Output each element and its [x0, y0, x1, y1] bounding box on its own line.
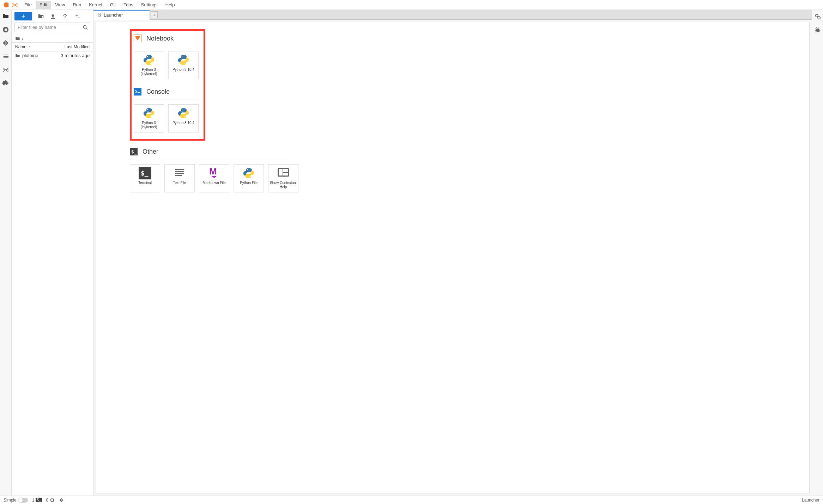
- python-icon: [143, 54, 155, 66]
- tab-bar: Launcher +: [93, 10, 812, 20]
- nbdime-icon[interactable]: [2, 66, 9, 73]
- file-toolbar: [12, 10, 93, 23]
- git-status[interactable]: [59, 498, 64, 503]
- launcher-card[interactable]: Python 3 (ipykernel): [134, 51, 164, 79]
- card-label: Show Contextual Help: [270, 181, 297, 189]
- column-name[interactable]: Name: [15, 44, 31, 49]
- column-modified[interactable]: Last Modified: [65, 44, 90, 49]
- section-title: Notebook: [146, 35, 174, 42]
- toggle-switch-icon: [18, 498, 28, 503]
- launcher-card[interactable]: Python 3.10.4: [168, 51, 199, 79]
- add-tab-button[interactable]: +: [151, 11, 158, 18]
- filter-box: [14, 23, 90, 32]
- listing-header: Name Last Modified: [12, 43, 93, 51]
- launcher-card[interactable]: Python 3 (ipykernel): [134, 104, 164, 133]
- tab-label: Launcher: [104, 12, 123, 18]
- folder-icon: [15, 53, 20, 58]
- console-section-icon: [134, 88, 141, 96]
- section-other: Other TerminalText FileMarkdown FilePyth…: [130, 148, 809, 192]
- notebook-section-icon: [134, 35, 141, 42]
- breadcrumb-path: /: [22, 36, 24, 41]
- debugger-icon[interactable]: [815, 27, 821, 33]
- menu-file[interactable]: File: [20, 1, 36, 9]
- file-listing: plotnine3 minutes ago: [12, 51, 93, 496]
- status-right: Launcher: [802, 498, 819, 503]
- terminal-icon: [139, 167, 151, 179]
- toc-icon[interactable]: [2, 53, 9, 60]
- section-title: Other: [143, 148, 158, 155]
- python-icon: [177, 107, 190, 119]
- right-sidebar: [812, 10, 823, 496]
- file-row[interactable]: plotnine3 minutes ago: [12, 51, 93, 60]
- card-label: Python File: [240, 181, 258, 185]
- launcher-card[interactable]: Show Contextual Help: [268, 164, 298, 192]
- menu-run[interactable]: Run: [69, 1, 85, 9]
- new-folder-icon[interactable]: [38, 13, 44, 19]
- menu-help[interactable]: Help: [162, 1, 179, 9]
- search-icon: [83, 25, 88, 30]
- activity-bar: [0, 10, 12, 496]
- kernels-status[interactable]: 0: [46, 498, 55, 503]
- kernel-chip-icon: [50, 498, 55, 503]
- property-inspector-icon[interactable]: [815, 13, 821, 20]
- menu-tabs[interactable]: Tabs: [120, 1, 137, 9]
- help-icon: [277, 167, 290, 179]
- file-modified: 3 minutes ago: [61, 53, 90, 58]
- upload-icon[interactable]: [50, 13, 56, 19]
- launcher-tab-icon: [97, 13, 102, 17]
- git-init-icon[interactable]: [74, 13, 80, 19]
- netlogo-icon: [11, 1, 18, 8]
- menu-kernel[interactable]: Kernel: [85, 1, 106, 9]
- card-label: Python 3 (ipykernel): [135, 68, 162, 76]
- menu-edit[interactable]: Edit: [36, 1, 51, 9]
- other-section-icon: [130, 148, 138, 155]
- breadcrumb[interactable]: /: [12, 34, 93, 43]
- new-launcher-button[interactable]: [14, 12, 32, 20]
- menu-settings[interactable]: Settings: [137, 1, 162, 9]
- filter-input[interactable]: [14, 23, 90, 32]
- extensions-icon[interactable]: [2, 80, 9, 87]
- folder-icon: [15, 36, 20, 41]
- highlight-annotation: Notebook Python 3 (ipykernel)Python 3.10…: [130, 29, 205, 141]
- git-icon[interactable]: [2, 39, 9, 47]
- section-console: Console Python 3 (ipykernel)Python 3.10.…: [134, 88, 199, 133]
- filebrowser-icon[interactable]: [2, 13, 9, 20]
- python-icon: [143, 107, 155, 119]
- card-label: Markdown File: [202, 181, 225, 185]
- section-title: Console: [146, 88, 170, 96]
- card-label: Python 3 (ipykernel): [135, 121, 162, 129]
- simple-mode-toggle[interactable]: Simple: [4, 498, 28, 503]
- card-label: Python 3.10.4: [173, 121, 194, 125]
- running-icon[interactable]: [2, 26, 9, 33]
- python-icon: [242, 167, 255, 179]
- file-name: plotnine: [22, 53, 38, 58]
- launcher-card[interactable]: Markdown File: [199, 164, 229, 192]
- launcher-card[interactable]: Terminal: [130, 164, 160, 192]
- launcher-card[interactable]: Text File: [164, 164, 195, 192]
- logo-group: [1, 1, 20, 8]
- menu-view[interactable]: View: [51, 1, 69, 9]
- markdown-icon: [208, 167, 220, 179]
- launcher-card[interactable]: Python File: [234, 164, 264, 192]
- file-browser-panel: / Name Last Modified plotnine3 minutes a…: [12, 10, 93, 496]
- terminal-badge-icon: $_: [36, 498, 42, 502]
- git-status-icon: [59, 498, 64, 503]
- textfile-icon: [173, 167, 186, 179]
- launcher-card[interactable]: Python 3.10.4: [168, 104, 199, 133]
- status-bar: Simple 1 $_ 0 Launcher: [0, 496, 823, 504]
- launcher-body: Notebook Python 3 (ipykernel)Python 3.10…: [96, 22, 810, 493]
- card-label: Text File: [173, 181, 186, 185]
- section-notebook: Notebook Python 3 (ipykernel)Python 3.10…: [134, 35, 199, 79]
- main-content: Launcher + Notebook Python 3 (ipykernel)…: [93, 10, 812, 496]
- tab-launcher[interactable]: Launcher: [93, 10, 150, 20]
- terminals-status[interactable]: 1 $_: [32, 498, 42, 503]
- menubar: FileEditViewRunKernelGitTabsSettingsHelp: [0, 0, 823, 10]
- card-label: Terminal: [138, 181, 152, 185]
- refresh-icon[interactable]: [62, 13, 68, 19]
- card-label: Python 3.10.4: [173, 68, 194, 72]
- python-icon: [177, 54, 190, 66]
- menu-git[interactable]: Git: [106, 1, 120, 9]
- jupyter-logo-icon: [3, 1, 10, 8]
